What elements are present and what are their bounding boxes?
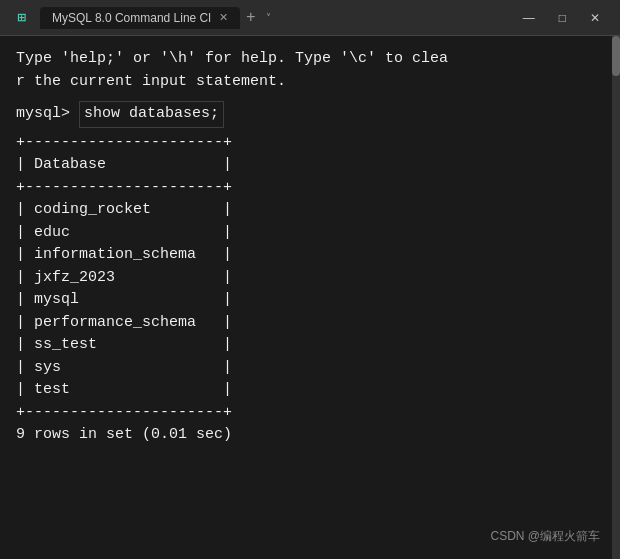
- tab-dropdown-button[interactable]: ˅: [262, 12, 275, 24]
- table-row: | coding_rocket |: [16, 199, 604, 222]
- intro-text-line2: r the current input statement.: [16, 71, 604, 94]
- window-controls: — □ ✕: [515, 9, 608, 27]
- table-divider-mid: +----------------------+: [16, 177, 604, 200]
- terminal-window: ⊞ MySQL 8.0 Command Line Cl ✕ + ˅ — □ ✕ …: [0, 0, 620, 559]
- table-row: | mysql |: [16, 289, 604, 312]
- active-tab[interactable]: MySQL 8.0 Command Line Cl ✕: [40, 7, 240, 29]
- scrollbar[interactable]: [612, 36, 620, 559]
- intro-text-line1: Type 'help;' or '\h' for help. Type '\c'…: [16, 48, 604, 71]
- table-row: | information_schema |: [16, 244, 604, 267]
- maximize-button[interactable]: □: [551, 9, 574, 27]
- tab-title: MySQL 8.0 Command Line Cl: [52, 11, 211, 25]
- table-rows: | coding_rocket || educ || information_s…: [16, 199, 604, 402]
- table-row: | ss_test |: [16, 334, 604, 357]
- titlebar: ⊞ MySQL 8.0 Command Line Cl ✕ + ˅ — □ ✕: [0, 0, 620, 36]
- tab-close-button[interactable]: ✕: [219, 11, 228, 24]
- table-row: | jxfz_2023 |: [16, 267, 604, 290]
- terminal-body[interactable]: Type 'help;' or '\h' for help. Type '\c'…: [0, 36, 620, 559]
- table-row: | test |: [16, 379, 604, 402]
- scrollbar-thumb[interactable]: [612, 36, 620, 76]
- table-header: | Database |: [16, 154, 604, 177]
- command-line: mysql> show databases;: [16, 101, 604, 128]
- result-text: 9 rows in set (0.01 sec): [16, 424, 604, 447]
- prompt: mysql>: [16, 103, 79, 126]
- minimize-button[interactable]: —: [515, 9, 543, 27]
- close-button[interactable]: ✕: [582, 9, 608, 27]
- table-row: | sys |: [16, 357, 604, 380]
- new-tab-button[interactable]: +: [240, 9, 262, 27]
- table-row: | educ |: [16, 222, 604, 245]
- command-text: show databases;: [79, 101, 224, 128]
- table-row: | performance_schema |: [16, 312, 604, 335]
- table-divider-bottom: +----------------------+: [16, 402, 604, 425]
- watermark: CSDN @编程火箭车: [490, 527, 600, 545]
- table-divider-top: +----------------------+: [16, 132, 604, 155]
- app-icon: ⊞: [12, 8, 32, 28]
